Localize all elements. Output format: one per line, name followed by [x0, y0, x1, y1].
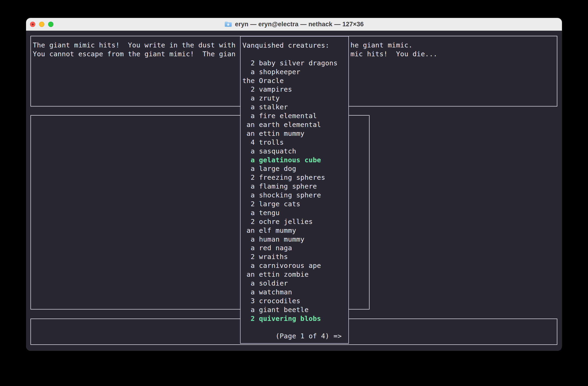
vanquished-item: a giant beetle: [242, 305, 348, 314]
vanquished-item: 2 wraiths: [242, 253, 348, 261]
message-line2-right: mic hits! You die...: [351, 50, 437, 59]
title-bar[interactable]: eryn — eryn@electra — nethack — 127×36: [26, 18, 562, 31]
vanquished-item: a carnivorous ape: [242, 261, 348, 270]
vanquished-item: 2 freezing spheres: [242, 173, 348, 182]
vanquished-item: an elf mummy: [242, 226, 348, 235]
vanquished-item: 2 vampires: [242, 85, 348, 94]
vanquished-item: 2 ochre jellies: [242, 217, 348, 226]
vanquished-item: a stalker: [242, 103, 348, 112]
vanquished-item: a sasquatch: [242, 147, 348, 156]
vanquished-item: an earth elemental: [242, 120, 348, 129]
vanquished-item: a soldier: [242, 279, 348, 288]
vanquished-item: a watchman: [242, 288, 348, 297]
terminal-window: eryn — eryn@electra — nethack — 127×36 T…: [26, 18, 562, 351]
window-title-group: eryn — eryn@electra — nethack — 127×36: [224, 21, 364, 28]
vanquished-list: 2 baby silver dragons a shopkeeperthe Or…: [242, 59, 348, 323]
message-line2-left: You cannot escape from the giant mimic! …: [33, 50, 236, 58]
vanquished-item: a red naga: [242, 244, 348, 253]
vanquished-item: 2 quivering blobs: [242, 314, 348, 323]
folder-icon: [224, 21, 232, 27]
menu-blank-row: [242, 323, 348, 332]
vanquished-item: a human mummy: [242, 235, 348, 244]
message-line1-right: he giant mimic.: [351, 41, 413, 50]
zoom-button[interactable]: [48, 22, 53, 27]
vanquished-item: the Oracle: [242, 77, 348, 85]
vanquished-item: 3 crocodiles: [242, 297, 348, 305]
vanquished-item: a large dog: [242, 164, 348, 173]
minimize-button[interactable]: [39, 22, 44, 27]
menu-pager: (Page 1 of 4) =>: [242, 332, 348, 341]
vanquished-item: an ettin zombie: [242, 270, 348, 279]
window-title: eryn — eryn@electra — nethack — 127×36: [235, 21, 364, 28]
vanquished-item: a shopkeeper: [242, 68, 348, 77]
vanquished-item: an ettin mummy: [242, 129, 348, 138]
vanquished-item: 4 trolls: [242, 138, 348, 147]
vanquished-item: 2 baby silver dragons: [242, 59, 348, 68]
vanquished-item: a fire elemental: [242, 112, 348, 120]
message-line1-left: The giant mimic hits! You write in the d…: [33, 41, 236, 49]
vanquished-item: a flaming sphere: [242, 182, 348, 191]
close-button[interactable]: [30, 22, 35, 27]
vanquished-item: a gelatinous cube: [242, 156, 348, 165]
window-controls: [30, 18, 53, 30]
vanquished-item: a shocking sphere: [242, 191, 348, 200]
menu-blank-row: [242, 50, 348, 59]
vanquished-item: 2 large cats: [242, 200, 348, 209]
vanquished-item: a tengu: [242, 209, 348, 217]
vanquished-item: a zruty: [242, 94, 348, 103]
menu-title: Vanquished creatures:: [242, 41, 348, 50]
terminal-screen[interactable]: The giant mimic hits! You write in the d…: [26, 31, 562, 351]
vanquished-creatures-menu: Vanquished creatures: 2 baby silver drag…: [240, 36, 349, 344]
